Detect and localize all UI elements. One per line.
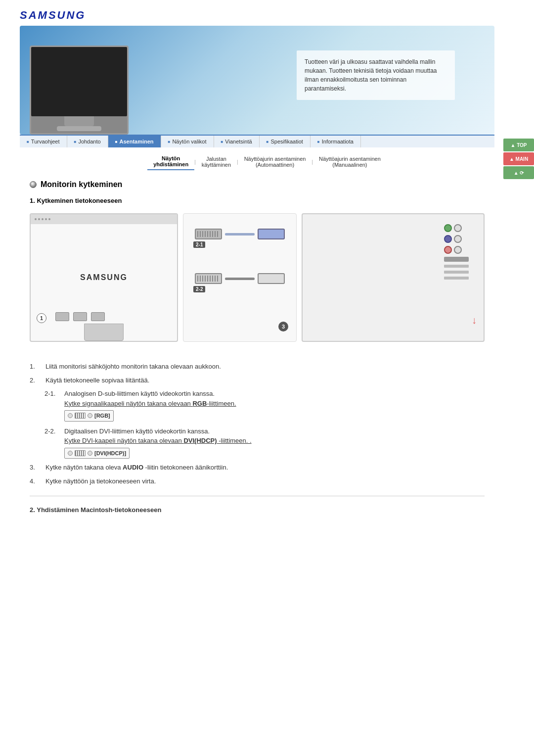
sub-instruction-2-2-num: 2-2. bbox=[44, 426, 59, 459]
pc-slot-4 bbox=[444, 277, 469, 280]
rgb-connector-badge: [RGB] bbox=[64, 410, 114, 422]
instruction-3-text: Kytke näytön takana oleva AUDIO -liitin … bbox=[45, 463, 228, 472]
pc-port-gray-3 bbox=[454, 246, 462, 254]
banner-description: Tuotteen väri ja ulkoasu saattavat vaihd… bbox=[305, 58, 437, 92]
dot-1 bbox=[35, 218, 37, 220]
arrow-indicator: ↓ bbox=[472, 315, 477, 326]
nav-tabs: Turvaohjeet Johdanto Asentaminen Näytön … bbox=[20, 135, 494, 147]
pc-port-row-2 bbox=[444, 235, 474, 243]
audio-bold: AUDIO bbox=[123, 464, 143, 471]
instructions-list: 1. Liitä monitorisi sähköjohto monitorin… bbox=[30, 362, 485, 486]
sub-nav-ajurin-asentaminen-manu[interactable]: Näyttöajurin asentaminen(Manuaalinen) bbox=[313, 154, 387, 170]
banner-text-box: Tuotteen väri ja ulkoasu saattavat vaihd… bbox=[297, 50, 455, 100]
monitor-top-bar bbox=[31, 214, 177, 224]
sub-nav-nayton-yhdistaminen[interactable]: Näytönyhdistäminen bbox=[147, 153, 194, 170]
dvi-connector-diagram bbox=[195, 273, 222, 284]
vga-connector-diagram bbox=[258, 229, 285, 239]
tab-informaatiota[interactable]: Informaatiota bbox=[311, 136, 361, 147]
tab-turvaohjeet[interactable]: Turvaohjeet bbox=[20, 136, 67, 147]
instruction-1: 1. Liitä monitorisi sähköjohto monitorin… bbox=[30, 362, 485, 372]
side-nav: ▲ TOP ▲ MAIN ▲ ⟳ bbox=[503, 139, 534, 179]
content-wrapper: SAMSUNG Tuotteen väri ja ulkoasu saattav… bbox=[0, 0, 534, 514]
tab-johdanto[interactable]: Johdanto bbox=[67, 136, 108, 147]
pc-port-row-3 bbox=[444, 246, 474, 254]
dvi-badge-circle-left bbox=[68, 451, 73, 456]
dvi-badge-circle-right bbox=[88, 451, 92, 456]
rgb-pins bbox=[197, 231, 220, 237]
pc-port-green bbox=[444, 224, 452, 232]
tab-vianetsinta[interactable]: Vianetsintä bbox=[214, 136, 260, 147]
sub-2-1-line2: Kytke signaalikaapeli näytön takana olev… bbox=[64, 399, 236, 409]
pc-slot-1 bbox=[444, 257, 469, 262]
pc-slot-2 bbox=[444, 265, 469, 268]
top-button[interactable]: ▲ TOP bbox=[503, 139, 534, 151]
tab-nayton-valikot[interactable]: Näytön valikot bbox=[161, 136, 214, 147]
badge-dvi-icon bbox=[75, 450, 86, 456]
section2-title: 2. Yhdistäminen Macintosh-tietokoneeseen bbox=[30, 506, 485, 514]
banner: Tuotteen väri ja ulkoasu saattavat vaihd… bbox=[20, 26, 494, 135]
pc-port-row-1 bbox=[444, 224, 474, 232]
dot-3 bbox=[42, 218, 44, 220]
badge-dvi-label: [DVI(HDCP)] bbox=[94, 449, 126, 458]
bottom-connectors-row: 2-2 bbox=[193, 273, 286, 292]
port-1 bbox=[55, 312, 69, 321]
instruction-1-text: Liitä monitorisi sähköjohto monitorin ta… bbox=[45, 362, 221, 372]
dvi-bold: DVI(HDCP) bbox=[183, 437, 217, 444]
instruction-1-num: 1. bbox=[30, 362, 40, 372]
dvi-connector-badge: [DVI(HDCP)] bbox=[64, 448, 130, 459]
monitor-base bbox=[57, 126, 101, 131]
sub-instruction-2-2: 2-2. Digitaalisen DVI-liittimen käyttö v… bbox=[44, 426, 485, 459]
banner-monitor-illustration bbox=[30, 46, 129, 135]
pc-port-gray-1 bbox=[454, 224, 462, 232]
label-3: 3 bbox=[278, 322, 288, 331]
cable-blue-top bbox=[225, 233, 255, 236]
sub-nav-ajurin-asentaminen-auto[interactable]: Näyttöajurin asentaminen(Automaattinen) bbox=[238, 154, 312, 170]
main-content: Monitorin kytkeminen 1. Kytkeminen tieto… bbox=[20, 180, 494, 514]
dot-2 bbox=[38, 218, 40, 220]
label-2-2: 2-2 bbox=[193, 286, 205, 292]
home-button[interactable]: ▲ ⟳ bbox=[503, 166, 534, 179]
sub-instruction-2-2-content: Digitaalisen DVI-liittimen käyttö videok… bbox=[64, 426, 252, 459]
monitor-brand-label: SAMSUNG bbox=[80, 273, 128, 282]
rgb-connector-diagram bbox=[195, 229, 222, 239]
pc-port-gray-2 bbox=[454, 235, 462, 243]
dot-5 bbox=[48, 218, 50, 220]
monitor-stand bbox=[64, 116, 94, 126]
pc-slot-3 bbox=[444, 271, 469, 274]
dot-4 bbox=[45, 218, 47, 220]
instruction-4: 4. Kytke näyttöön ja tietokoneeseen virt… bbox=[30, 476, 485, 486]
instruction-3-num: 3. bbox=[30, 463, 40, 472]
sub-2-1-underline: Kytke signaalikaapeli näytön takana olev… bbox=[64, 400, 236, 407]
tab-spesifikaatiot[interactable]: Spesifikaatiot bbox=[260, 136, 311, 147]
badge-rgb-label: [RGB] bbox=[94, 412, 110, 420]
sub-nav: Näytönyhdistäminen | Jalustankäyttäminen… bbox=[94, 153, 440, 170]
logo-text: SAMSUNG bbox=[20, 9, 86, 21]
section1-title: 1. Kytkeminen tietokoneeseen bbox=[30, 197, 485, 204]
badge-rgb-icon bbox=[75, 413, 86, 419]
instruction-4-text: Kytke näyttöön ja tietokoneeseen virta. bbox=[45, 476, 156, 486]
connection-diagram: SAMSUNG 1 bbox=[30, 213, 485, 352]
page-title: Monitorin kytkeminen bbox=[41, 180, 122, 189]
instruction-4-num: 4. bbox=[30, 476, 40, 486]
sub-2-2-line2: Kytke DVI-kaapeli näytön takana olevaan … bbox=[64, 436, 252, 446]
pc-port-blue bbox=[444, 235, 452, 243]
top-connectors bbox=[193, 229, 286, 239]
sub-2-2-line1: Digitaalisen DVI-liittimen käyttö videok… bbox=[64, 426, 252, 436]
pc-back-diagram: ↓ bbox=[302, 213, 485, 342]
badge-circle-left bbox=[68, 413, 73, 418]
pc-port-pink bbox=[444, 246, 452, 254]
instruction-2: 2. Käytä tietokoneelle sopivaa liitäntää… bbox=[30, 376, 485, 385]
dvi-pins bbox=[197, 276, 220, 282]
top-connectors-row: 2-1 bbox=[193, 229, 286, 248]
label-2-1: 2-1 bbox=[193, 241, 205, 248]
sub-nav-jalustan-kayttaminen[interactable]: Jalustankäyttäminen bbox=[196, 154, 237, 170]
port-2 bbox=[73, 312, 87, 321]
instruction-3: 3. Kytke näytön takana oleva AUDIO -liit… bbox=[30, 463, 485, 472]
badge-circle-right bbox=[88, 413, 92, 418]
monitor-stand-back bbox=[84, 324, 124, 341]
dvi-end-connector bbox=[258, 273, 285, 284]
main-button[interactable]: ▲ MAIN bbox=[503, 152, 534, 165]
pc-ports bbox=[444, 224, 474, 280]
monitor-screen bbox=[31, 47, 127, 116]
tab-asentaminen[interactable]: Asentaminen bbox=[108, 136, 161, 147]
